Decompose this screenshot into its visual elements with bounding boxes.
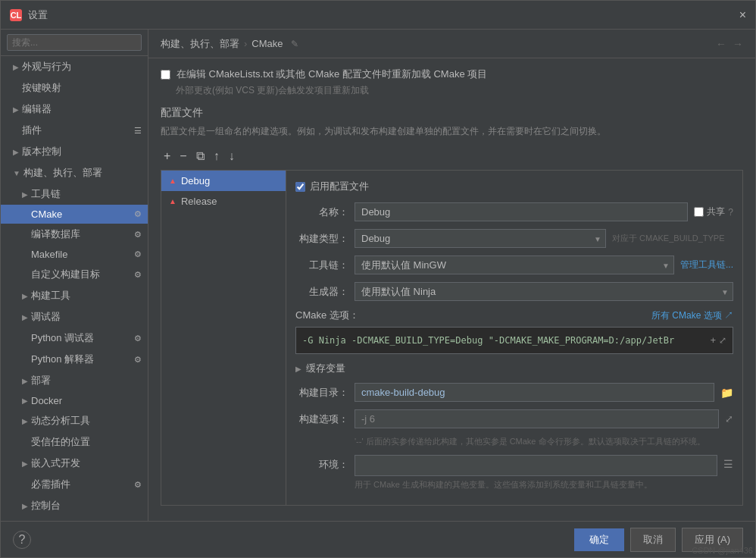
close-button[interactable]: × bbox=[739, 8, 746, 22]
chevron-cached-icon: ▶ bbox=[295, 365, 301, 373]
enable-checkbox[interactable] bbox=[295, 182, 305, 192]
env-expand-icon[interactable]: ☰ bbox=[723, 458, 733, 470]
enable-row: 启用配置文件 bbox=[295, 180, 733, 193]
chevron-down-icon: ▶ bbox=[13, 105, 19, 114]
sidebar-item-editor[interactable]: ▶ 编辑器 bbox=[1, 99, 148, 120]
cancel-button[interactable]: 取消 bbox=[630, 528, 676, 552]
help-button[interactable]: ? bbox=[13, 531, 31, 549]
folder-icon[interactable]: 📁 bbox=[720, 387, 733, 399]
build-dir-input[interactable] bbox=[355, 383, 714, 402]
generator-select[interactable]: 使用默认值 Ninja bbox=[355, 282, 733, 301]
sidebar-search-container bbox=[1, 30, 148, 56]
sidebar-item-console[interactable]: ▶ 控制台 bbox=[1, 495, 148, 516]
sidebar-item-keymap[interactable]: 按键映射 bbox=[1, 77, 148, 99]
cached-vars-row[interactable]: ▶ 缓存变量 bbox=[295, 362, 733, 375]
sidebar-item-vcs[interactable]: ▶ 版本控制 bbox=[1, 141, 148, 162]
generator-label: 生成器： bbox=[295, 285, 348, 299]
build-opts-label: 构建选项： bbox=[295, 412, 348, 426]
cmake-expand-icon[interactable]: ⤢ bbox=[719, 335, 726, 346]
sidebar: ▶ 外观与行为 按键映射 ▶ 编辑器 插件 ☰ ▶ 版本控制 ▼ 构建、执行、部… bbox=[1, 30, 148, 521]
sidebar-item-makefile[interactable]: Makefile ⚙ bbox=[1, 245, 148, 264]
build-type-select[interactable]: Debug Release RelWithDebInfo MinSizeRel bbox=[355, 229, 606, 248]
move-down-button[interactable]: ↓ bbox=[226, 149, 238, 164]
build-type-label: 构建类型： bbox=[295, 232, 348, 246]
nav-back-button[interactable]: ← bbox=[716, 38, 726, 50]
sidebar-item-dynamic-analysis[interactable]: ▶ 动态分析工具 bbox=[1, 410, 148, 431]
req-plugin-icon: ⚙ bbox=[134, 480, 142, 490]
build-opts-input[interactable] bbox=[355, 409, 719, 428]
custom-icon: ⚙ bbox=[134, 270, 142, 280]
build-type-select-wrap: Debug Release RelWithDebInfo MinSizeRel … bbox=[355, 229, 606, 248]
watermark: CSDN @jian436 bbox=[692, 546, 753, 555]
env-label: 环境： bbox=[295, 458, 348, 472]
sidebar-item-appearance[interactable]: ▶ 外观与行为 bbox=[1, 56, 148, 77]
sidebar-item-deploy[interactable]: ▶ 部署 bbox=[1, 370, 148, 391]
section-desc: 配置文件是一组命名的构建选项。例如，为调试和发布构建创建单独的配置文件，并在需要… bbox=[161, 124, 743, 138]
sidebar-item-cmake[interactable]: CMake ⚙ bbox=[1, 205, 148, 224]
make-icon: ⚙ bbox=[134, 249, 142, 259]
share-checkbox[interactable] bbox=[694, 207, 704, 217]
move-up-button[interactable]: ↑ bbox=[211, 149, 223, 164]
triangle-debug-icon: ▲ bbox=[169, 177, 177, 185]
confirm-button[interactable]: 确定 bbox=[574, 528, 624, 551]
build-type-row: 构建类型： Debug Release RelWithDebInfo MinSi… bbox=[295, 229, 733, 248]
edit-icon: ✎ bbox=[291, 39, 298, 49]
toolchain-select[interactable]: 使用默认值 MinGW bbox=[355, 255, 674, 274]
toolchain-select-wrap: 使用默认值 MinGW ▼ bbox=[355, 255, 674, 274]
sidebar-item-custom-build[interactable]: 自定义构建目标 ⚙ bbox=[1, 264, 148, 285]
sidebar-item-trusted-locations[interactable]: 受信任的位置 bbox=[1, 431, 148, 453]
search-input[interactable] bbox=[7, 34, 142, 51]
content-scroll: 在编辑 CMakeLists.txt 或其他 CMake 配置文件时重新加载 C… bbox=[148, 58, 755, 521]
sidebar-item-python-interp[interactable]: Python 解释器 ⚙ bbox=[1, 349, 148, 370]
reload-checkbox[interactable] bbox=[161, 70, 170, 80]
config-release-label: Release bbox=[181, 196, 217, 207]
config-item-release[interactable]: ▲ Release bbox=[161, 191, 286, 212]
nav-forward-button[interactable]: → bbox=[733, 38, 743, 50]
share-row: 共享 ? bbox=[694, 205, 733, 218]
config-item-debug[interactable]: ▲ Debug bbox=[161, 171, 286, 191]
copy-config-button[interactable]: ⧉ bbox=[193, 149, 208, 164]
build-opts-expand-icon[interactable]: ⤢ bbox=[725, 413, 733, 425]
reload-checkbox-row: 在编辑 CMakeLists.txt 或其他 CMake 配置文件时重新加载 C… bbox=[161, 67, 743, 81]
cmake-all-link[interactable]: 所有 CMake 选项 ↗ bbox=[651, 309, 733, 322]
sidebar-item-toolchain[interactable]: ▶ 工具链 bbox=[1, 183, 148, 205]
translate-icon: ☰ bbox=[134, 126, 142, 136]
config-form: 启用配置文件 名称： 共享 ? bbox=[286, 170, 743, 506]
share-label: 共享 bbox=[707, 205, 725, 218]
config-list: ▲ Debug ▲ Release bbox=[161, 170, 286, 506]
cmake-options-label: CMake 选项： bbox=[295, 309, 359, 322]
dialog-title: 设置 bbox=[28, 8, 48, 22]
sidebar-item-embedded[interactable]: ▶ 嵌入式开发 bbox=[1, 453, 148, 474]
db-icon: ⚙ bbox=[134, 230, 142, 240]
sidebar-item-python-debugger[interactable]: Python 调试器 ⚙ bbox=[1, 328, 148, 349]
py-debug-icon: ⚙ bbox=[134, 334, 142, 343]
dialog-footer: ? 确定 取消 应用 (A) bbox=[1, 521, 755, 557]
env-row: 环境： ☰ bbox=[295, 455, 733, 476]
sidebar-item-compile-db[interactable]: 编译数据库 ⚙ bbox=[1, 224, 148, 245]
config-panel: ▲ Debug ▲ Release 启用配置文件 bbox=[161, 170, 743, 506]
remove-config-button[interactable]: − bbox=[177, 149, 189, 164]
reload-checkbox-label: 在编辑 CMakeLists.txt 或其他 CMake 配置文件时重新加载 C… bbox=[177, 67, 487, 81]
name-input[interactable] bbox=[355, 202, 688, 221]
sidebar-item-required-plugins[interactable]: 必需插件 ⚙ bbox=[1, 474, 148, 495]
add-config-button[interactable]: + bbox=[161, 149, 173, 164]
env-input[interactable] bbox=[355, 455, 717, 476]
config-debug-label: Debug bbox=[181, 175, 210, 187]
share-help-icon[interactable]: ? bbox=[728, 207, 733, 218]
app-icon: CL bbox=[10, 9, 22, 21]
sidebar-item-docker[interactable]: ▶ Docker bbox=[1, 391, 148, 410]
sidebar-item-debugger[interactable]: ▶ 调试器 bbox=[1, 306, 148, 328]
chevron-right-icon: ▶ bbox=[13, 63, 19, 71]
cmake-add-icon[interactable]: + bbox=[711, 335, 716, 346]
breadcrumb-part1: 构建、执行、部署 bbox=[161, 37, 239, 51]
chevron-right-icon-10: ▶ bbox=[22, 502, 28, 510]
reload-hint: 外部更改(例如 VCS 更新)会触发发项目重新加载 bbox=[176, 84, 743, 97]
build-opts-hint: '--' 后面的实参传递给此构建，其他实参是 CMake 命令行形参。默认选项取… bbox=[355, 436, 733, 447]
py-interp-icon: ⚙ bbox=[134, 355, 142, 365]
sidebar-item-build-tools[interactable]: ▶ 构建工具 bbox=[1, 285, 148, 306]
manage-toolchain-link[interactable]: 管理工具链... bbox=[680, 259, 733, 271]
sidebar-item-plugins[interactable]: 插件 ☰ bbox=[1, 120, 148, 141]
sidebar-item-build[interactable]: ▼ 构建、执行、部署 bbox=[1, 162, 148, 183]
chevron-right-icon-2: ▶ bbox=[13, 148, 19, 156]
env-desc: 用于 CMake 生成和构建的其他变量。这些值将添加到系统变量和工具链变量中。 bbox=[355, 479, 733, 491]
